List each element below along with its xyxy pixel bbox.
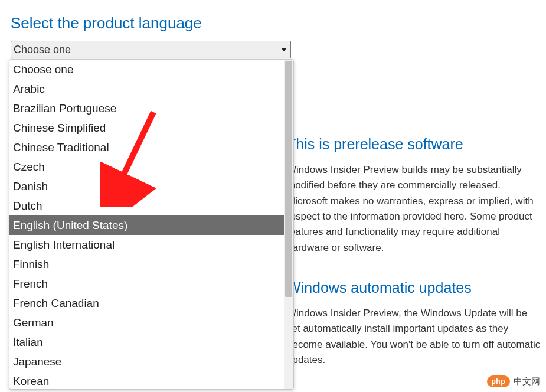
prerelease-body: Windows Insider Preview builds may be su… — [287, 162, 541, 256]
language-option[interactable]: Danish — [9, 177, 284, 196]
language-select-value: Choose one — [14, 44, 71, 56]
language-option[interactable]: Choose one — [9, 60, 284, 79]
scrollbar[interactable] — [284, 60, 293, 389]
language-option[interactable]: English International — [9, 235, 284, 254]
info-column: This is prerelease software Windows Insi… — [287, 136, 541, 391]
updates-section: Windows automatic updates Windows Inside… — [287, 279, 541, 368]
watermark-text: 中文网 — [514, 376, 540, 387]
language-dropdown: Choose oneArabicBrazilian PortugueseChin… — [9, 59, 294, 390]
language-option[interactable]: German — [9, 313, 284, 332]
language-option[interactable]: Finnish — [9, 254, 284, 274]
prerelease-section: This is prerelease software Windows Insi… — [287, 136, 541, 256]
chevron-down-icon — [279, 44, 289, 55]
language-option[interactable]: French — [9, 274, 284, 293]
page-title: Select the product language — [0, 0, 546, 41]
language-option[interactable]: Brazilian Portuguese — [9, 99, 284, 118]
language-option[interactable]: Chinese Simplified — [9, 118, 284, 138]
language-option[interactable]: Czech — [9, 157, 284, 177]
updates-heading: Windows automatic updates — [287, 279, 541, 296]
language-select[interactable]: Choose one — [11, 41, 291, 58]
prerelease-heading: This is prerelease software — [287, 136, 541, 153]
watermark: php 中文网 — [487, 375, 541, 387]
language-option[interactable]: Korean — [9, 371, 284, 389]
language-option[interactable]: French Canadian — [9, 293, 284, 313]
language-option[interactable]: Italian — [9, 332, 284, 352]
language-option[interactable]: Arabic — [9, 79, 284, 99]
php-badge: php — [487, 375, 511, 387]
language-option[interactable]: Chinese Traditional — [9, 138, 284, 157]
language-option[interactable]: English (United States) — [9, 215, 284, 235]
language-option[interactable]: Dutch — [9, 196, 284, 215]
language-option[interactable]: Japanese — [9, 352, 284, 371]
language-dropdown-list: Choose oneArabicBrazilian PortugueseChin… — [9, 60, 284, 389]
updates-body: Windows Insider Preview, the Windows Upd… — [287, 306, 541, 368]
scrollbar-thumb[interactable] — [285, 61, 292, 297]
